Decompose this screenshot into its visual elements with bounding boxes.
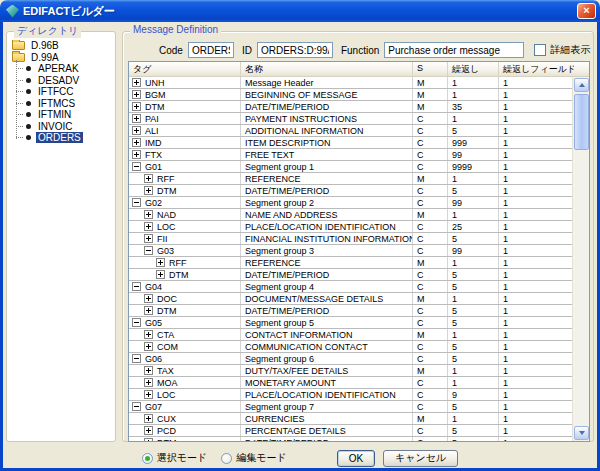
column-header-repeat-field[interactable]: 繰返しフィールド.. [499, 62, 574, 76]
expand-plus-icon[interactable] [144, 306, 153, 315]
collapse-minus-icon[interactable] [132, 402, 141, 411]
name-cell: Segment group 1 [241, 161, 413, 172]
table-row-dtm[interactable]: DTMDATE/TIME/PERIODC51 [129, 185, 572, 197]
status-cell: M [413, 89, 448, 100]
collapse-minus-icon[interactable] [132, 318, 141, 327]
table-row-com[interactable]: COMCOMMUNICATION CONTACTC51 [129, 341, 572, 353]
collapse-minus-icon[interactable] [132, 162, 141, 171]
table-row-bgm[interactable]: BGMBEGINNING OF MESSAGEM11 [129, 89, 572, 101]
expand-plus-icon[interactable] [156, 258, 165, 267]
directory-tree[interactable]: D.96BD.99AAPERAKDESADVIFTFCCIFTMCSIFTMIN… [11, 40, 113, 439]
repeat-cell: 9999 [448, 161, 499, 172]
tree-item-orders[interactable]: ORDERS [11, 132, 113, 144]
scroll-down-button[interactable] [574, 426, 589, 440]
tree-item-iftfcc[interactable]: IFTFCC [11, 86, 113, 98]
select-mode-radio[interactable] [142, 453, 153, 464]
table-row-moa[interactable]: MOAMONETARY AMOUNTC11 [129, 377, 572, 389]
cancel-button[interactable]: キャンセル [383, 450, 458, 467]
expand-plus-icon[interactable] [144, 438, 153, 441]
vertical-scrollbar[interactable] [572, 77, 589, 441]
table-row-loc[interactable]: LOCPLACE/LOCATION IDENTIFICATIONC251 [129, 221, 572, 233]
table-row-g06[interactable]: G06Segment group 6C51 [129, 353, 572, 365]
tree-item-iftmcs[interactable]: IFTMCS [11, 98, 113, 110]
table-row-g05[interactable]: G05Segment group 5C51 [129, 317, 572, 329]
tag-cell: DTM [129, 437, 241, 441]
tree-item-invoic[interactable]: INVOIC [11, 121, 113, 133]
expand-plus-icon[interactable] [132, 126, 141, 135]
collapse-minus-icon[interactable] [132, 198, 141, 207]
expand-plus-icon[interactable] [144, 210, 153, 219]
function-input[interactable] [384, 42, 524, 58]
id-input[interactable] [257, 42, 333, 58]
table-row-unh[interactable]: UNHMessage HeaderM11 [129, 77, 572, 89]
table-row-pcd[interactable]: PCDPERCENTAGE DETAILSC51 [129, 425, 572, 437]
tree-item-aperak[interactable]: APERAK [11, 63, 113, 75]
tag-label: DOC [157, 294, 177, 304]
table-row-dtm[interactable]: DTMDATE/TIME/PERIODC51 [129, 305, 572, 317]
table-row-fii[interactable]: FIIFINANCIAL INSTITUTION INFORMATIONC51 [129, 233, 572, 245]
table-row-g01[interactable]: G01Segment group 1C99991 [129, 161, 572, 173]
code-input[interactable] [188, 42, 234, 58]
expand-plus-icon[interactable] [144, 222, 153, 231]
column-header-tag[interactable]: タグ [129, 62, 241, 76]
expand-plus-icon[interactable] [144, 426, 153, 435]
expand-plus-icon[interactable] [132, 102, 141, 111]
table-row-cux[interactable]: CUXCURRENCIESM11 [129, 413, 572, 425]
edit-mode-radio[interactable] [221, 453, 232, 464]
scrollbar-thumb[interactable] [574, 94, 589, 150]
expand-plus-icon[interactable] [144, 294, 153, 303]
table-row-cta[interactable]: CTACONTACT INFORMATIONM11 [129, 329, 572, 341]
table-row-doc[interactable]: DOCDOCUMENT/MESSAGE DETAILSM11 [129, 293, 572, 305]
expand-plus-icon[interactable] [132, 138, 141, 147]
column-header-name[interactable]: 名称 [241, 62, 413, 76]
collapse-minus-icon[interactable] [132, 354, 141, 363]
table-row-nad[interactable]: NADNAME AND ADDRESSM11 [129, 209, 572, 221]
expand-plus-icon[interactable] [132, 78, 141, 87]
column-header-repeat[interactable]: 繰返し [448, 62, 499, 76]
ok-button[interactable]: OK [337, 450, 375, 467]
column-header-s[interactable]: S [413, 62, 448, 76]
table-row-rff[interactable]: RFFREFERENCEM11 [129, 257, 572, 269]
tree-item-desadv[interactable]: DESADV [11, 75, 113, 87]
title-bar[interactable]: EDIFACTビルダー × [0, 0, 600, 22]
table-row-rff[interactable]: RFFREFERENCEM11 [129, 173, 572, 185]
expand-plus-icon[interactable] [144, 342, 153, 351]
expand-plus-icon[interactable] [144, 366, 153, 375]
expand-plus-icon[interactable] [144, 390, 153, 399]
table-row-g02[interactable]: G02Segment group 2C991 [129, 197, 572, 209]
table-row-ftx[interactable]: FTXFREE TEXTC991 [129, 149, 572, 161]
table-row-imd[interactable]: IMDITEM DESCRIPTIONC9991 [129, 137, 572, 149]
expand-plus-icon[interactable] [144, 414, 153, 423]
table-row-tax[interactable]: TAXDUTY/TAX/FEE DETAILSM11 [129, 365, 572, 377]
close-button[interactable]: × [577, 3, 596, 19]
table-row-dtm[interactable]: DTMDATE/TIME/PERIODM351 [129, 101, 572, 113]
repeat-field-cell: 1 [499, 305, 572, 316]
directory-panel: ディレクトリ D.96BD.99AAPERAKDESADVIFTFCCIFTMC… [6, 31, 116, 442]
detail-view-checkbox[interactable] [534, 44, 546, 56]
repeat-field-cell: 1 [499, 149, 572, 160]
table-row-dtm[interactable]: DTMDATE/TIME/PERIODC51 [129, 437, 572, 441]
collapse-minus-icon[interactable] [132, 282, 141, 291]
tree-item-d96b[interactable]: D.96B [11, 40, 113, 52]
expand-plus-icon[interactable] [132, 150, 141, 159]
expand-plus-icon[interactable] [144, 174, 153, 183]
expand-plus-icon[interactable] [144, 186, 153, 195]
table-row-pai[interactable]: PAIPAYMENT INSTRUCTIONSC11 [129, 113, 572, 125]
expand-plus-icon[interactable] [144, 378, 153, 387]
expand-plus-icon[interactable] [144, 234, 153, 243]
table-row-dtm[interactable]: DTMDATE/TIME/PERIODC51 [129, 269, 572, 281]
expand-plus-icon[interactable] [132, 114, 141, 123]
repeat-cell: 1 [448, 173, 499, 184]
expand-plus-icon[interactable] [132, 90, 141, 99]
tree-item-iftmin[interactable]: IFTMIN [11, 109, 113, 121]
table-row-ali[interactable]: ALIADDITIONAL INFORMATIONC51 [129, 125, 572, 137]
expand-plus-icon[interactable] [144, 330, 153, 339]
expand-plus-icon[interactable] [156, 270, 165, 279]
tree-item-d99a[interactable]: D.99A [11, 52, 113, 64]
collapse-minus-icon[interactable] [144, 246, 153, 255]
table-row-g03[interactable]: G03Segment group 3C991 [129, 245, 572, 257]
table-row-loc[interactable]: LOCPLACE/LOCATION IDENTIFICATIONC91 [129, 389, 572, 401]
table-row-g04[interactable]: G04Segment group 4C51 [129, 281, 572, 293]
table-row-g07[interactable]: G07Segment group 7C51 [129, 401, 572, 413]
scroll-up-button[interactable] [574, 78, 589, 92]
